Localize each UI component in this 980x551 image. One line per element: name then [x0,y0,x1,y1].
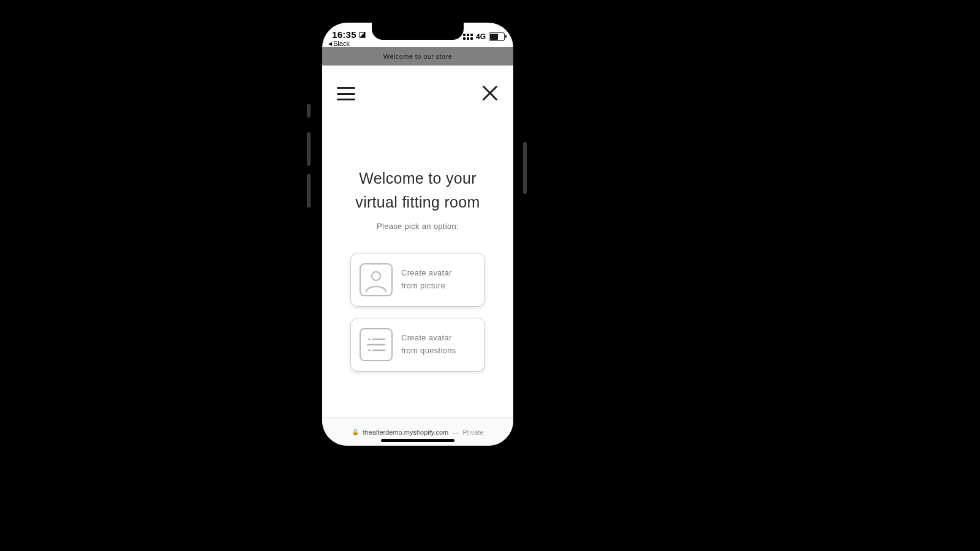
option-label-line: from questions [401,345,456,357]
sheet-header [322,69,513,113]
signal-icon [463,34,473,40]
device-side-button [307,104,311,118]
battery-icon [489,32,505,41]
close-icon [481,84,499,102]
status-time: 16:35 [332,29,356,40]
sheet-subtitle: Please pick an option: [337,222,499,231]
device-notch [372,23,464,40]
browser-url: thealterdemo.myshopify.com [363,429,448,436]
store-banner-text: Welcome to our store [383,53,452,60]
lock-icon: 🔒 [352,429,359,435]
browser-separator: — [452,429,459,436]
svg-point-6 [368,349,371,351]
device-side-button [307,174,311,208]
network-label: 4G [476,32,486,41]
hamburger-icon [337,93,355,95]
svg-point-2 [372,272,380,280]
store-banner: Welcome to our store [322,47,513,66]
svg-point-3 [368,338,371,340]
hamburger-icon [337,87,355,89]
option-label-line: from picture [401,280,452,292]
device-side-button [307,132,311,166]
modal-sheet: Welcome to your virtual fitting room Ple… [322,69,513,418]
back-caret-icon: ◀ [328,41,332,47]
option-list: Create avatar from picture [337,253,499,372]
back-app-label: Slack [333,40,350,47]
back-to-app[interactable]: ◀ Slack [328,40,350,47]
phone-frame: 16:35 ◪ 4G ◀ Slack Welcome to our store [320,21,515,448]
device-side-button [523,142,527,194]
phone-screen: 16:35 ◪ 4G ◀ Slack Welcome to our store [322,23,513,446]
avatar-picture-icon [360,263,393,296]
option-label-line: Create avatar [401,332,456,344]
option-label-line: Create avatar [401,267,452,279]
status-glyph-icon: ◪ [359,30,366,39]
home-indicator[interactable] [381,439,454,442]
hamburger-icon [337,99,355,100]
option-from-picture[interactable]: Create avatar from picture [350,253,485,307]
option-from-questions[interactable]: Create avatar from questions [350,318,485,372]
sheet-title: Welcome to your virtual fitting room [337,167,499,214]
avatar-questions-icon [360,328,393,361]
close-button[interactable] [481,84,499,102]
browser-mode: Private [462,429,483,436]
menu-button[interactable] [337,87,355,100]
